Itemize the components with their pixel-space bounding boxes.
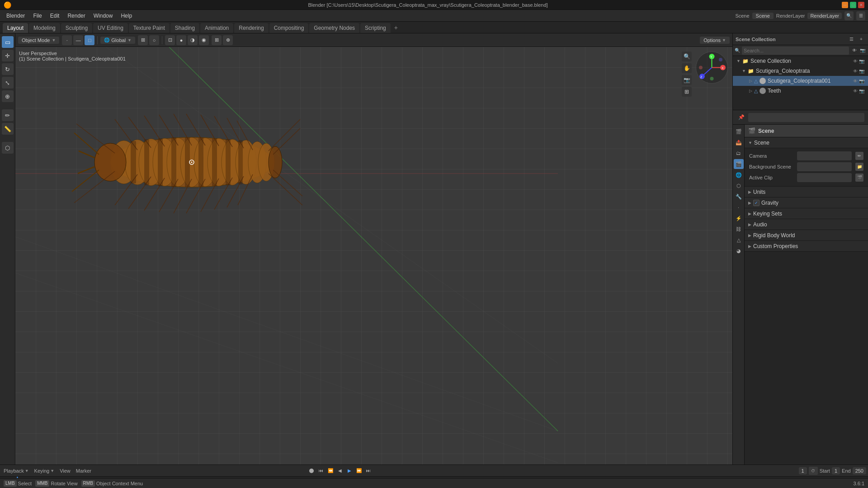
tool-add-object[interactable]: ⬡ <box>2 142 14 154</box>
zoom-tool-button[interactable]: 🔍 <box>682 52 692 61</box>
filter-button[interactable]: ☰ <box>856 11 865 20</box>
end-frame-field[interactable]: 250 <box>853 467 866 474</box>
outliner-item-teeth[interactable]: ▷ △ Teeth 👁 📷 <box>733 86 868 96</box>
tab-geometry-nodes[interactable]: Geometry Nodes <box>309 23 359 33</box>
overlay-button[interactable]: ⊞ <box>212 35 222 45</box>
tab-sculpting[interactable]: Sculpting <box>61 23 92 33</box>
render-layer-selector[interactable]: RenderLayer <box>807 13 842 19</box>
scene-collection-vis-render[interactable]: 📷 <box>859 59 864 64</box>
tab-scripting[interactable]: Scripting <box>360 23 391 33</box>
tool-scale[interactable]: ⤡ <box>2 77 14 89</box>
props-tab-object-data[interactable]: △ <box>734 235 744 245</box>
outliner-toggle-restrict-eye[interactable]: 👁 <box>851 47 858 54</box>
teeth-vis-render[interactable]: 📷 <box>859 89 864 94</box>
tab-shading[interactable]: Shading <box>170 23 199 33</box>
select-mode-face[interactable]: □ <box>85 35 94 45</box>
tool-rotate[interactable]: ↻ <box>2 63 14 75</box>
material-shading[interactable]: ◑ <box>188 35 198 45</box>
grid-tool-button[interactable]: ⊞ <box>682 87 692 97</box>
background-scene-field[interactable] <box>797 162 852 171</box>
object-mode-selector[interactable]: Object Mode ▼ <box>18 37 59 44</box>
jump-start-button[interactable]: ⏮ <box>317 467 325 475</box>
props-tab-render[interactable]: 🎬 <box>734 127 744 136</box>
props-tab-scene[interactable]: 🎬 <box>734 159 744 169</box>
background-scene-icon[interactable]: 📁 <box>855 163 863 171</box>
menu-blender[interactable]: Blender <box>3 12 28 20</box>
outliner-item-scutigera001[interactable]: ▷ △ Scutigera_Coleoptrata001 👁 📷 <box>733 76 868 86</box>
props-tab-output[interactable]: 📤 <box>734 137 744 147</box>
props-search-input[interactable] <box>748 113 864 122</box>
search-scenes-button[interactable]: 🔍 <box>844 11 854 20</box>
props-tab-object[interactable]: ⬡ <box>734 181 744 191</box>
wireframe-shading[interactable]: ⊡ <box>165 35 175 45</box>
teeth-vis-eye[interactable]: 👁 <box>853 89 858 94</box>
scene-collection-vis-eye[interactable]: 👁 <box>853 59 858 64</box>
props-tab-constraints[interactable]: ⛓ <box>734 224 744 234</box>
pan-tool-button[interactable]: ✋ <box>682 63 692 73</box>
tool-select[interactable]: ▭ <box>2 36 14 48</box>
menu-render[interactable]: Render <box>64 12 89 20</box>
gizmo-button[interactable]: ⊕ <box>223 35 233 45</box>
viewport-3d[interactable]: User Perspective (1) Scene Collection | … <box>15 47 732 465</box>
step-forward-button[interactable]: ⏩ <box>355 467 363 475</box>
marker-menu[interactable]: Marker <box>74 468 93 474</box>
snap-button[interactable]: ⊞ <box>138 35 148 45</box>
play-reverse-button[interactable]: ◀ <box>336 467 344 475</box>
current-frame-field[interactable]: 1 <box>799 467 807 474</box>
section-gravity[interactable]: ▶ ✓ Gravity <box>745 197 868 208</box>
camera-field[interactable] <box>797 151 852 160</box>
scutigera-col-vis-render[interactable]: 📷 <box>859 69 864 74</box>
step-back-button[interactable]: ⏪ <box>326 467 335 475</box>
tab-rendering[interactable]: Rendering <box>234 23 268 33</box>
section-audio[interactable]: ▶ Audio <box>745 219 868 230</box>
props-tab-particles[interactable]: · <box>734 202 744 212</box>
main-viewport[interactable]: Object Mode ▼ · — □ 🌐 Global ▼ ⊞ ○ ⊡ ● ◑… <box>15 33 732 465</box>
active-clip-field[interactable] <box>797 173 852 182</box>
tab-uv-editing[interactable]: UV Editing <box>93 23 128 33</box>
close-button[interactable]: ✕ <box>858 2 864 8</box>
proportional-edit-button[interactable]: ○ <box>149 35 159 45</box>
props-tab-view-layer[interactable]: 🗂 <box>734 148 744 158</box>
props-pin-button[interactable]: 📌 <box>736 113 746 122</box>
scutigera001-vis-eye[interactable]: 👁 <box>853 79 858 84</box>
tool-annotate[interactable]: ✏ <box>2 109 14 121</box>
keying-menu[interactable]: Keying ▼ <box>33 468 57 474</box>
options-button[interactable]: Options ▼ <box>700 37 730 44</box>
outliner-filter-button[interactable]: ☰ <box>847 35 855 43</box>
render-shading[interactable]: ◉ <box>199 35 209 45</box>
camera-tool-button[interactable]: 📷 <box>682 75 692 85</box>
menu-window[interactable]: Window <box>90 12 117 20</box>
outliner-toggle-restrict-render[interactable]: 📷 <box>859 47 866 54</box>
section-keying-sets[interactable]: ▶ Keying Sets <box>745 208 868 219</box>
playback-menu[interactable]: Playback ▼ <box>2 468 31 474</box>
scutigera-col-vis-eye[interactable]: 👁 <box>853 69 858 74</box>
menu-edit[interactable]: Edit <box>47 12 63 20</box>
play-forward-button[interactable]: ▶ <box>345 467 354 475</box>
maximize-button[interactable]: □ <box>850 2 856 8</box>
select-mode-vertex[interactable]: · <box>62 35 72 45</box>
outliner-new-collection-button[interactable]: + <box>857 35 865 43</box>
tool-transform[interactable]: ⊕ <box>2 90 14 102</box>
gravity-checkbox[interactable]: ✓ <box>753 200 760 206</box>
view-menu[interactable]: View <box>58 468 72 474</box>
add-workspace-button[interactable]: + <box>392 22 401 33</box>
tab-animation[interactable]: Animation <box>200 23 233 33</box>
menu-file[interactable]: File <box>29 12 45 20</box>
select-mode-edge[interactable]: — <box>73 35 83 45</box>
viewport-gizmo[interactable]: X Y Z <box>695 51 729 84</box>
section-units[interactable]: ▶ Units <box>745 187 868 197</box>
tab-texture-paint[interactable]: Texture Paint <box>129 23 170 33</box>
section-custom-properties[interactable]: ▶ Custom Properties <box>745 241 868 252</box>
tab-modeling[interactable]: Modeling <box>29 23 60 33</box>
menu-help[interactable]: Help <box>117 12 136 20</box>
global-orientation-selector[interactable]: 🌐 Global ▼ <box>100 37 135 44</box>
start-frame-field[interactable]: 1 <box>832 467 840 474</box>
section-scene[interactable]: ▼ Scene <box>745 137 868 148</box>
props-tab-world[interactable]: 🌐 <box>734 170 744 180</box>
tool-measure[interactable]: 📏 <box>2 123 14 135</box>
outliner-item-scutigera-collection[interactable]: ▼ 📁 Scutigera_Coleoptrata 👁 📷 <box>733 66 868 76</box>
tab-layout[interactable]: Layout <box>3 23 28 33</box>
active-clip-icon[interactable]: 🎬 <box>855 174 863 182</box>
tab-compositing[interactable]: Compositing <box>269 23 309 33</box>
solid-shading[interactable]: ● <box>176 35 186 45</box>
